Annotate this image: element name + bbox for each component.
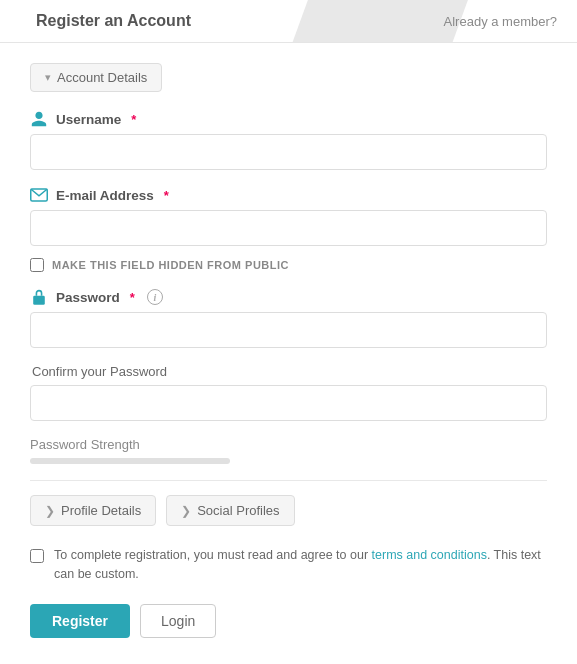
profile-details-label: Profile Details (61, 503, 141, 518)
confirm-password-label: Confirm your Password (30, 364, 547, 379)
username-input[interactable] (30, 134, 547, 170)
password-field-group: Password * i (30, 288, 547, 348)
password-info-icon[interactable]: i (147, 289, 163, 305)
person-icon (30, 110, 48, 128)
email-required: * (164, 188, 169, 203)
section-buttons-row: ❯ Profile Details ❯ Social Profiles (30, 495, 547, 526)
email-input[interactable] (30, 210, 547, 246)
login-button[interactable]: Login (140, 604, 216, 638)
profile-details-button[interactable]: ❯ Profile Details (30, 495, 156, 526)
terms-text: To complete registration, you must read … (54, 546, 547, 584)
form-area: ▾ Account Details Username * (0, 43, 577, 662)
register-container: Register an Account Already a member? ▾ … (0, 0, 577, 662)
email-icon (30, 186, 48, 204)
footer-buttons: Register Login (30, 604, 547, 638)
hidden-field-checkbox[interactable] (30, 258, 44, 272)
chevron-right-icon-profile: ❯ (45, 504, 55, 518)
password-strength-section: Password Strength (30, 437, 547, 464)
terms-link[interactable]: terms and conditions (372, 548, 487, 562)
social-profiles-label: Social Profiles (197, 503, 279, 518)
confirm-password-input[interactable] (30, 385, 547, 421)
strength-bar-container (30, 458, 230, 464)
terms-row: To complete registration, you must read … (30, 546, 547, 584)
svg-rect-1 (33, 296, 45, 305)
email-field-group: E-mail Address * (30, 186, 547, 246)
terms-text-before: To complete registration, you must read … (54, 548, 372, 562)
account-details-toggle[interactable]: ▾ Account Details (30, 63, 162, 92)
page-header: Register an Account Already a member? (0, 0, 577, 43)
hidden-field-label: MAKE THIS FIELD HIDDEN FROM PUBLIC (52, 259, 289, 271)
hidden-field-row: MAKE THIS FIELD HIDDEN FROM PUBLIC (30, 258, 547, 272)
username-field-group: Username * (30, 110, 547, 170)
register-button[interactable]: Register (30, 604, 130, 638)
email-label-row: E-mail Address * (30, 186, 547, 204)
confirm-password-field-group: Confirm your Password (30, 364, 547, 421)
chevron-right-icon-social: ❯ (181, 504, 191, 518)
page-title: Register an Account (36, 12, 191, 30)
terms-checkbox[interactable] (30, 549, 44, 563)
section-divider (30, 480, 547, 481)
password-required: * (130, 290, 135, 305)
lock-icon (30, 288, 48, 306)
password-input[interactable] (30, 312, 547, 348)
password-label-row: Password * i (30, 288, 547, 306)
password-strength-label: Password Strength (30, 437, 547, 452)
password-label: Password (56, 290, 120, 305)
username-required: * (131, 112, 136, 127)
username-label-row: Username * (30, 110, 547, 128)
chevron-down-icon: ▾ (45, 71, 51, 84)
username-label: Username (56, 112, 121, 127)
social-profiles-button[interactable]: ❯ Social Profiles (166, 495, 294, 526)
email-label: E-mail Address (56, 188, 154, 203)
account-details-label: Account Details (57, 70, 147, 85)
already-member-link[interactable]: Already a member? (444, 14, 557, 29)
